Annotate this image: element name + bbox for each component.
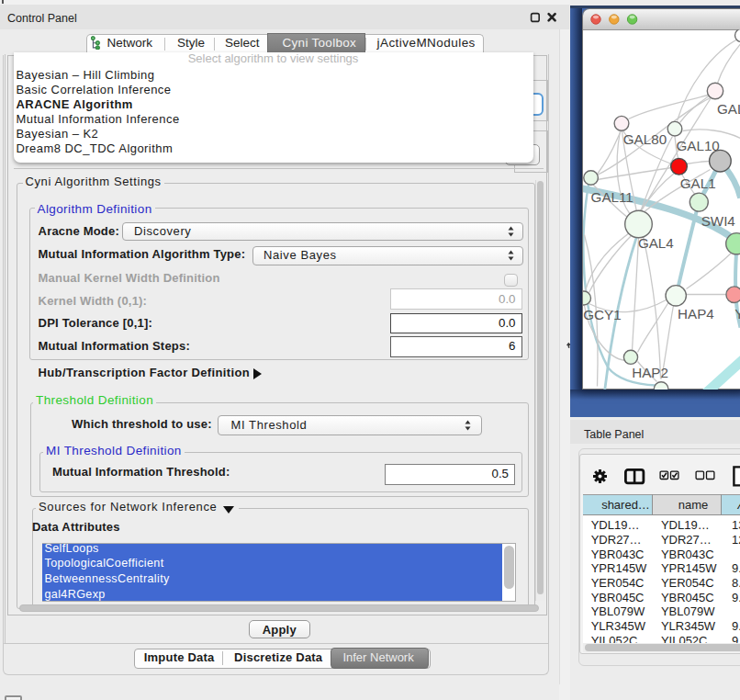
svg-text:GAL1: GAL1 <box>679 175 715 190</box>
svg-text:SWI4: SWI4 <box>701 213 734 229</box>
svg-text:GCY1: GCY1 <box>583 307 621 322</box>
svg-text:GAL80: GAL80 <box>622 130 666 146</box>
svg-text:GAL4: GAL4 <box>637 235 673 251</box>
svg-text:GAL10: GAL10 <box>676 137 719 152</box>
svg-text:GAL11: GAL11 <box>590 188 633 204</box>
svg-text:GAL: GAL <box>717 100 740 116</box>
svg-text:Y: Y <box>734 306 740 322</box>
svg-text:HAP2: HAP2 <box>632 365 668 380</box>
svg-text:HAP4: HAP4 <box>678 306 714 322</box>
